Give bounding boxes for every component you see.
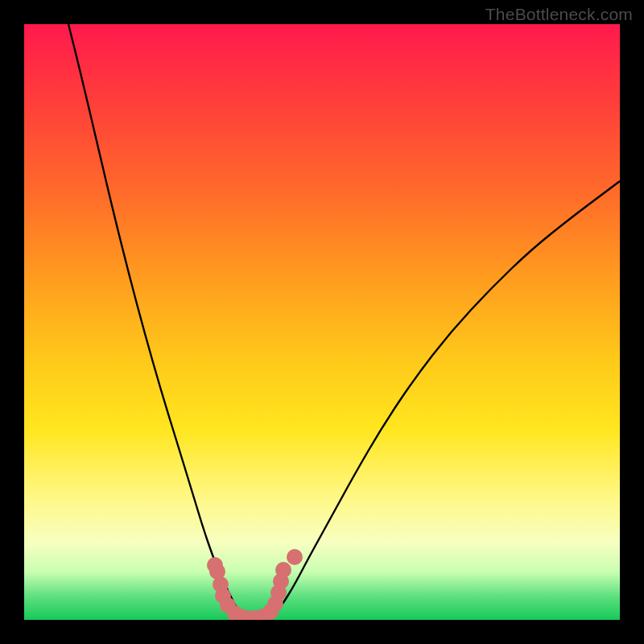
plot-area [24,24,620,620]
marker-point [287,549,303,565]
watermark-text: TheBottleneck.com [485,5,633,24]
curve-right-branch [274,181,620,615]
marker-point [275,562,291,578]
marker-group [207,549,303,620]
curve-left-branch [68,24,242,615]
chart-frame: TheBottleneck.com [0,0,644,644]
chart-overlay [24,24,620,620]
